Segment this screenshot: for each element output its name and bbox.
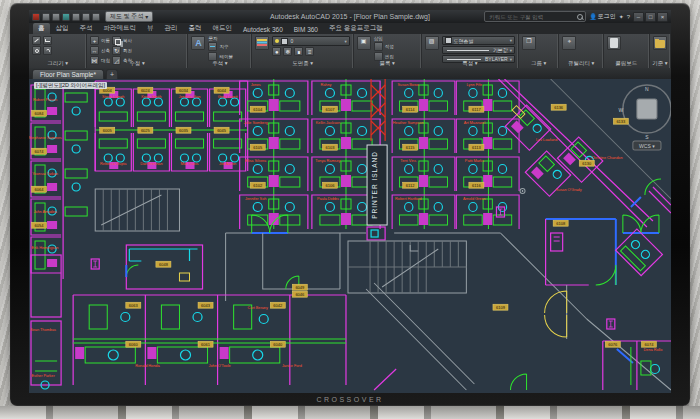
move-icon[interactable]: + — [90, 36, 99, 45]
viewcube-west: W — [618, 107, 623, 113]
room-tag: 6035 — [176, 127, 191, 133]
paste-icon[interactable] — [607, 36, 621, 50]
svg-text:6074: 6074 — [35, 149, 45, 154]
base-folder-icon[interactable] — [653, 36, 667, 50]
tab-home[interactable]: 홈 — [33, 23, 50, 34]
open-icon[interactable] — [52, 13, 60, 21]
tab-manage[interactable]: 관리 — [160, 23, 183, 34]
layer-off-icon[interactable]: ● — [272, 47, 281, 56]
create-block-icon[interactable] — [374, 42, 383, 51]
panel-label-base[interactable]: 기준 ▾ — [650, 60, 670, 67]
match-properties-icon[interactable]: ▨ — [425, 36, 439, 50]
panel-label-utilities[interactable]: 유틸리티 ▾ — [559, 60, 602, 67]
employee-name-label: Erik Hemingson — [32, 246, 59, 250]
workspace-switcher[interactable]: 제도 및 주석▾ — [105, 11, 153, 22]
lobby-doors — [511, 285, 567, 390]
staircase-lower — [348, 241, 466, 293]
svg-text:6074: 6074 — [644, 342, 654, 347]
layer-dropdown[interactable]: 0▾ — [272, 36, 349, 46]
svg-text:6107: 6107 — [325, 107, 335, 112]
layer-lock-icon[interactable]: ∎ — [294, 47, 303, 56]
redo-icon[interactable] — [92, 13, 100, 21]
user-icon: 👤 — [589, 13, 597, 20]
help-icon[interactable]: ? — [627, 14, 630, 20]
layer-freeze-icon[interactable]: ❄ — [283, 47, 292, 56]
panel-label-annotation[interactable]: 주석 ▾ — [188, 60, 251, 67]
svg-text:6076: 6076 — [608, 342, 618, 347]
viewport-controls[interactable]: [-][평면도][2D 와이어프레임] — [34, 82, 107, 89]
window-controls: – □ × — [633, 12, 668, 22]
maximize-button[interactable]: □ — [645, 12, 656, 22]
panel-modify: +이동 복사 ↔신축 ↻회전 ⋈대칭 ◿축척 수정 ▾ — [87, 34, 188, 68]
line-icon[interactable] — [32, 36, 41, 45]
panel-label-modify[interactable]: 수정 ▾ — [87, 60, 187, 67]
tab-featured-apps[interactable]: 주요 응용프로그램 — [324, 23, 388, 34]
employee-name-label: Tonya Ramsey — [315, 159, 340, 163]
polyline-icon[interactable] — [43, 36, 52, 45]
room-tag: 6108 — [553, 220, 568, 226]
exchange-apps-icon[interactable]: ✦ — [619, 13, 624, 20]
panel-label-draw[interactable]: 그리기 ▾ — [29, 60, 86, 67]
viewcube-south: S — [645, 134, 649, 140]
plot-icon[interactable] — [72, 13, 80, 21]
tab-output[interactable]: 출력 — [184, 23, 207, 34]
layer-match-icon[interactable]: ≡ — [305, 47, 314, 56]
lineweight-dropdown[interactable]: 기본값▾ — [442, 46, 515, 54]
object-color-dropdown[interactable]: 도면층별▾ — [442, 36, 515, 45]
copy-icon[interactable] — [112, 36, 121, 45]
text-icon[interactable]: A — [191, 36, 205, 50]
tab-view[interactable]: 뷰 — [142, 23, 159, 34]
new-icon[interactable] — [42, 13, 50, 21]
tab-addins[interactable]: 애드인 — [208, 23, 238, 34]
save-icon[interactable] — [62, 13, 70, 21]
drawing-canvas[interactable]: PRINTER ISLAND — [29, 79, 671, 393]
employee-name-label: Janice Ford — [282, 364, 302, 368]
measure-icon[interactable]: ⌖ — [562, 36, 576, 50]
employee-name-label: Steve Lamph — [102, 95, 124, 99]
undo-icon[interactable] — [82, 13, 90, 21]
panel-label-clipboard[interactable]: 클립보드 — [604, 60, 649, 67]
file-tab-floor-plan[interactable]: Floor Plan Sample* — [32, 69, 104, 79]
tab-parametric[interactable]: 파라메트릭 — [99, 23, 142, 34]
panel-utilities: ⌖ 유틸리티 ▾ — [559, 34, 603, 68]
panel-label-group[interactable]: 그룹 ▾ — [519, 60, 558, 67]
bottom-left-rooms — [31, 255, 61, 389]
insert-block-icon[interactable]: ▣ — [357, 36, 371, 50]
svg-text:6113: 6113 — [472, 145, 481, 150]
panel-label-block[interactable]: 블록 ▾ — [354, 60, 421, 67]
arc-icon[interactable] — [43, 46, 52, 55]
tab-autodesk360[interactable]: Autodesk 360 — [238, 25, 288, 34]
tab-insert[interactable]: 삽입 — [51, 23, 74, 34]
viewcube[interactable]: N W S WCS ▾ — [618, 85, 671, 150]
app-menu-icon[interactable] — [32, 13, 40, 21]
svg-text:6046: 6046 — [295, 292, 305, 297]
svg-text:6064: 6064 — [35, 187, 45, 192]
panel-label-properties[interactable]: 특성 ▾ — [422, 60, 518, 67]
group-icon[interactable]: ❐ — [522, 36, 536, 50]
room-tag: 6102 — [250, 182, 265, 188]
new-drawing-tab[interactable]: + — [106, 69, 118, 79]
svg-text:6024: 6024 — [141, 88, 151, 93]
tab-bim360[interactable]: BIM 360 — [289, 25, 323, 34]
minimize-button[interactable]: – — [633, 12, 644, 22]
circle-icon[interactable] — [32, 46, 41, 55]
search-icon[interactable] — [577, 14, 583, 20]
room-tag: 6064 — [32, 186, 47, 192]
room-tag: 6025 — [138, 127, 153, 133]
panel-draw: 그리기 ▾ — [29, 34, 87, 68]
file-tab-bar: Floor Plan Sample* + — [29, 68, 671, 79]
infocenter-search[interactable] — [484, 11, 586, 22]
close-button[interactable]: × — [657, 12, 668, 22]
dimension-icon[interactable] — [208, 42, 217, 51]
ribbon: 그리기 ▾ +이동 복사 ↔신축 ↻회전 ⋈대칭 ◿축척 수정 ▾ A — [29, 34, 671, 68]
autocad-window: 제도 및 주석▾ Autodesk AutoCAD 2015 - [Floor … — [29, 10, 671, 393]
svg-text:6105: 6105 — [253, 145, 263, 150]
stretch-icon[interactable]: ↔ — [90, 46, 99, 55]
signin-button[interactable]: 👤로그인 — [589, 12, 616, 21]
panel-label-layers[interactable]: 도면층 ▾ — [252, 60, 352, 67]
monitor-bezel: 제도 및 주석▾ Autodesk AutoCAD 2015 - [Floor … — [10, 3, 690, 406]
tab-annotate[interactable]: 주석 — [75, 23, 98, 34]
search-input[interactable] — [487, 13, 577, 21]
layer-properties-icon[interactable] — [255, 36, 269, 50]
rotate-icon[interactable]: ↻ — [112, 46, 121, 55]
